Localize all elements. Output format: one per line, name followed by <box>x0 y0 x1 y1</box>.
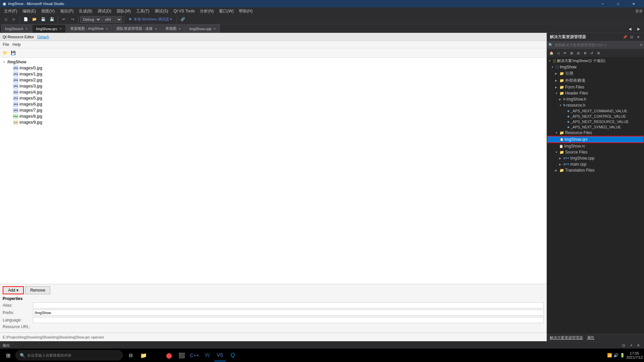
tab-class-view[interactable]: 类视图 ✕ <box>162 24 185 33</box>
prefix-item[interactable]: ▼ /ImgShow <box>0 59 546 65</box>
search-clear-icon[interactable]: ✕ <box>640 43 643 47</box>
alias-input[interactable] <box>33 302 544 308</box>
language-input[interactable] <box>33 317 544 323</box>
solution-float-btn[interactable]: ⊡ <box>629 34 635 40</box>
save-qrc-btn[interactable]: 💾 <box>9 49 17 57</box>
project-item[interactable]: ▼ ⬡ ImgShow <box>547 64 644 70</box>
tab-scroll-right[interactable]: ▶ <box>635 25 643 33</box>
undo-btn[interactable]: ↩ <box>60 16 68 23</box>
open-btn[interactable]: 📂 <box>31 16 39 23</box>
resource-tree[interactable]: ▼ /ImgShow JPG images/0.jpg JPG images/1… <box>0 58 546 284</box>
resource-item-0[interactable]: JPG images/0.jpg <box>0 65 546 71</box>
save-all-btn[interactable]: 💾 <box>48 16 56 23</box>
tab-imgshow-cpp[interactable]: ImgShow.cpp ✕ <box>185 24 220 33</box>
taskbar-file-explorer[interactable]: 📁 <box>138 349 150 361</box>
menu-view[interactable]: 视图(V) <box>39 8 57 15</box>
output-float-btn[interactable]: ↗ <box>628 342 634 348</box>
menu-test[interactable]: 测试(S) <box>152 8 171 15</box>
solution-tree[interactable]: ▼ ◫ 解决方案'ImgShow'(1 个项目) ▼ ⬡ ImgShow ▶ 📁… <box>547 57 644 334</box>
tab-resource-view[interactable]: 资源视图 - ImgShow ✕ <box>66 24 112 33</box>
main-cpp-item[interactable]: ▶ C++ main.cpp <box>547 161 644 167</box>
tab-imgshow-qrc-close[interactable]: ✕ <box>59 27 62 31</box>
tab-resource-view-close[interactable]: ✕ <box>106 27 108 31</box>
form-files-folder[interactable]: ▶ 📁 Form Files <box>547 84 644 90</box>
menu-qtvs[interactable]: Qt VS Tools <box>171 8 197 14</box>
taskbar-word[interactable]: W <box>201 349 213 361</box>
tab-imgshow-h-close[interactable]: ✕ <box>25 27 28 31</box>
tab-scroll-left[interactable]: ◀ <box>626 25 634 33</box>
sol-back-btn[interactable]: ◁ <box>555 50 561 56</box>
imgshow-rc-item[interactable]: 📋 ImgShow.rc <box>547 143 644 149</box>
tab-team-explorer[interactable]: 团队资源管理器 - 连接 ✕ <box>113 24 161 33</box>
detach-link[interactable]: Detach <box>38 35 49 39</box>
aps-ctrl-item[interactable]: ◈ _APS_NEXT_CONTROL_VALUE <box>547 114 644 119</box>
solution-search-input[interactable] <box>554 43 638 47</box>
resource-item-6[interactable]: JPG images/6.jpg <box>0 101 546 107</box>
start-button[interactable]: ⊞ <box>1 349 15 361</box>
menu-build[interactable]: 生成(B) <box>76 8 95 15</box>
menu-file[interactable]: 文件(F) <box>1 8 20 15</box>
tab-imgshow-h[interactable]: ImgShow.h ✕ <box>1 24 32 33</box>
sol-sync-btn[interactable]: ⟳ <box>562 50 568 56</box>
redo-btn[interactable]: ↪ <box>68 16 76 23</box>
aps-sym-item[interactable]: ◈ _APS_NEXT_SYMED_VALUE <box>547 124 644 130</box>
minimize-button[interactable]: ─ <box>595 0 610 7</box>
menu-analyze[interactable]: 分析(N) <box>197 8 216 15</box>
translation-files-folder[interactable]: ▶ 📁 Translation Files <box>547 167 644 173</box>
menu-team[interactable]: 团队(M) <box>114 8 133 15</box>
taskbar-app-red[interactable]: ⬤ <box>163 349 175 361</box>
resource-h-item[interactable]: ▼ h resource.h <box>547 102 644 108</box>
menu-debug[interactable]: 调试(D) <box>95 8 114 15</box>
tab-team-explorer-close[interactable]: ✕ <box>155 27 157 31</box>
solution-close-btn[interactable]: ✕ <box>635 34 641 40</box>
back-btn[interactable]: ◁ <box>1 16 9 23</box>
resource-item-9[interactable]: ICO images/9.jpg <box>0 119 546 125</box>
header-files-folder[interactable]: ▼ 📁 Header Files <box>547 90 644 96</box>
add-button[interactable]: Add ▾ <box>3 286 24 294</box>
platform-select[interactable]: x64 <box>102 16 122 23</box>
taskbar-task-view[interactable]: ⊟ <box>125 349 137 361</box>
imgshow-h-item[interactable]: ▶ h ImgShow.h <box>547 96 644 102</box>
debug-mode-select[interactable]: Debug <box>80 16 101 23</box>
menu-tools[interactable]: 工具(T) <box>133 8 152 15</box>
resource-item-3[interactable]: JPG images/3.jpg <box>0 83 546 89</box>
sol-filter-btn[interactable]: ⚙ <box>582 50 588 56</box>
output-close-btn[interactable]: ✕ <box>635 342 641 348</box>
tab-imgshow-cpp-close[interactable]: ✕ <box>213 27 216 31</box>
run-btn[interactable]: ▶ 本地 Windows 调试器 ▾ <box>126 16 175 23</box>
references-folder[interactable]: ▶ 📁 引用 <box>547 70 644 77</box>
sol-collapse-btn[interactable]: ⊟ <box>575 50 581 56</box>
taskbar-mail[interactable]: ✉ <box>150 349 162 361</box>
solution-pin-btn[interactable]: 📌 <box>622 34 628 40</box>
source-files-folder[interactable]: ▼ 📁 Source Files <box>547 149 644 155</box>
resource-files-folder[interactable]: ▼ 📁 Resource Files <box>547 130 644 136</box>
close-button[interactable]: ✕ <box>626 0 641 7</box>
menu-edit[interactable]: 编辑(E) <box>20 8 39 15</box>
prefix-input[interactable] <box>33 310 544 316</box>
imgshow-cpp-item[interactable]: ▶ C++ ImgShow.cpp <box>547 155 644 161</box>
sol-settings-btn[interactable]: ⚙ <box>595 50 601 56</box>
ext-deps-folder[interactable]: ▶ 📁 外部依赖项 <box>547 77 644 84</box>
menu-window[interactable]: 窗口(W) <box>216 8 236 15</box>
resource-item-8[interactable]: PNG images/8.jpg <box>0 113 546 119</box>
taskbar-vs[interactable]: VS <box>214 349 226 361</box>
resource-item-7[interactable]: JPG images/7.jpg <box>0 107 546 113</box>
remove-button[interactable]: Remove <box>25 286 50 294</box>
taskbar-terminal[interactable]: ⬛ <box>176 349 188 361</box>
forward-btn[interactable]: ▷ <box>10 16 18 23</box>
taskbar-vs-cpp[interactable]: C++ <box>189 349 201 361</box>
solution-explorer-link[interactable]: 解决方案资源管理器 <box>550 335 583 340</box>
editor-menu-help[interactable]: Help <box>12 42 21 47</box>
save-btn[interactable]: 💾 <box>39 16 47 23</box>
output-undock-btn[interactable]: ⊡ <box>621 342 627 348</box>
tab-imgshow-qrc[interactable]: ImgShow.qrc ✕ <box>32 24 66 33</box>
taskbar-search-bar[interactable]: 🔍 在这里输入你要搜索的内容 <box>15 350 123 360</box>
aps-res-item[interactable]: ◈ _APS_NEXT_RESOURCE_VALUE <box>547 119 644 124</box>
new-prefix-btn[interactable]: 📁 <box>1 49 9 57</box>
tab-class-view-close[interactable]: ✕ <box>178 27 181 31</box>
resource-item-5[interactable]: JPG images/5.jpg <box>0 95 546 101</box>
maximize-button[interactable]: □ <box>610 0 626 7</box>
solution-root[interactable]: ▼ ◫ 解决方案'ImgShow'(1 个项目) <box>547 58 644 64</box>
sol-home-btn[interactable]: 🏠 <box>548 50 554 56</box>
imgshow-qrc-item[interactable]: 📋 ImgShow.qrc <box>547 136 644 143</box>
